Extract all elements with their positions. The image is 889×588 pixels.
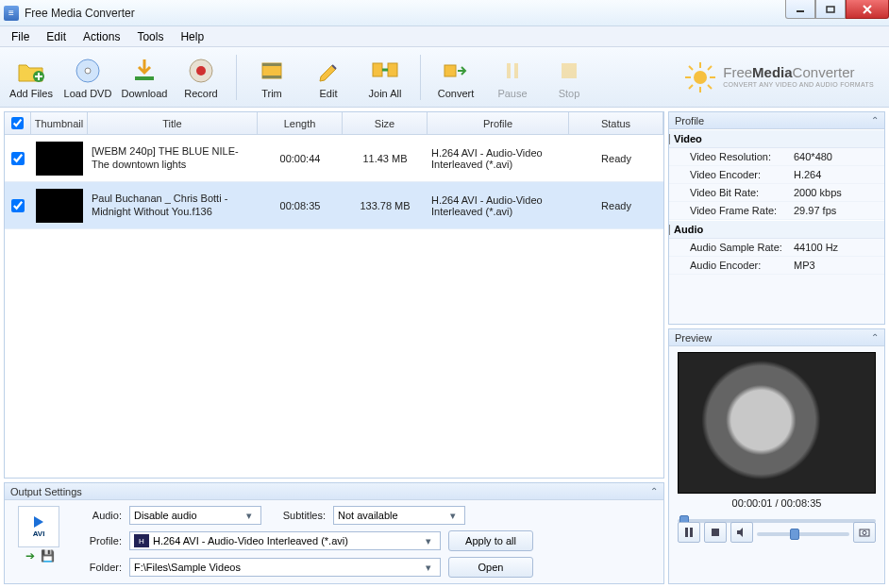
window-close-button[interactable]: [846, 0, 889, 19]
table-row[interactable]: Paul Buchanan _ Chris Botti - Midnight W…: [5, 182, 663, 229]
menu-edit[interactable]: Edit: [39, 28, 74, 45]
audio-samplerate-value[interactable]: 44100 Hz: [794, 242, 838, 253]
collapse-icon[interactable]: ⌃: [871, 115, 879, 126]
open-folder-button[interactable]: Open: [448, 557, 533, 578]
profile-video-section[interactable]: −Video: [669, 129, 884, 148]
header-length[interactable]: Length: [258, 112, 343, 134]
video-bitrate-value[interactable]: 2000 kbps: [794, 187, 842, 198]
edit-button[interactable]: Edit: [303, 54, 354, 101]
menu-tools[interactable]: Tools: [129, 28, 171, 45]
svg-rect-0: [797, 10, 804, 12]
window-maximize-button[interactable]: [815, 0, 846, 19]
header-checkbox[interactable]: [5, 112, 31, 134]
audio-encoder-value[interactable]: MP3: [794, 260, 815, 271]
preview-mute-button[interactable]: [730, 522, 753, 543]
folder-combo[interactable]: F:\Files\Sample Videos▾: [129, 558, 441, 577]
header-profile[interactable]: Profile: [428, 112, 569, 134]
row-checkbox[interactable]: [11, 199, 25, 212]
dvd-icon: [73, 56, 103, 86]
video-framerate-key: Video Frame Rate:: [690, 205, 794, 216]
profile-label: Profile:: [75, 535, 122, 546]
apply-to-all-button[interactable]: Apply to all: [448, 530, 533, 551]
audio-combo[interactable]: Disable audio▾: [129, 506, 261, 525]
header-size[interactable]: Size: [343, 112, 428, 134]
download-icon: [129, 56, 159, 86]
collapse-icon[interactable]: ⌃: [650, 486, 658, 496]
thumbnail-image: [36, 142, 83, 176]
svg-rect-14: [507, 63, 511, 78]
video-framerate-value[interactable]: 29.97 fps: [794, 205, 836, 216]
preview-video[interactable]: [678, 352, 876, 494]
svg-rect-13: [444, 65, 456, 76]
stop-icon: [554, 56, 584, 86]
header-thumbnail[interactable]: Thumbnail: [31, 112, 88, 134]
svg-point-4: [85, 68, 91, 74]
profile-audio-section[interactable]: −Audio: [669, 220, 884, 239]
profile-combo[interactable]: HH.264 AVI - Audio-Video Interleaved (*.…: [129, 531, 441, 550]
chevron-down-icon: ▾: [421, 562, 436, 574]
folder-plus-icon: [16, 56, 46, 86]
window-minimize-button[interactable]: [785, 0, 815, 19]
download-button[interactable]: Download: [119, 54, 170, 101]
arrow-right-icon[interactable]: ➔: [23, 549, 38, 563]
add-files-button[interactable]: Add Files: [6, 54, 57, 101]
snapshot-button[interactable]: [853, 522, 876, 543]
collapse-icon[interactable]: ⌃: [871, 332, 879, 343]
row-size: 133.78 MB: [343, 182, 428, 228]
stop-button: Stop: [544, 54, 595, 101]
subtitles-combo[interactable]: Not available▾: [333, 506, 465, 525]
record-icon: [186, 56, 216, 86]
chevron-down-icon: ▾: [445, 510, 461, 522]
preview-stop-button[interactable]: [704, 522, 727, 543]
preview-panel: Preview ⌃ 00:00:01 / 00:08:35: [668, 328, 885, 584]
video-resolution-key: Video Resolution:: [690, 151, 794, 162]
row-length: 00:00:44: [258, 135, 343, 181]
trim-button[interactable]: Trim: [246, 54, 297, 101]
output-settings-title: Output Settings: [10, 486, 82, 497]
save-icon[interactable]: 💾: [40, 549, 55, 563]
svg-line-24: [708, 66, 712, 70]
record-button[interactable]: Record: [176, 54, 226, 101]
svg-rect-10: [262, 76, 281, 78]
app-icon: ≡: [4, 6, 19, 21]
video-encoder-key: Video Encoder:: [690, 169, 794, 180]
svg-rect-15: [514, 63, 518, 78]
brand-logo: FreeMediaConverter CONVERT ANY VIDEO AND…: [683, 60, 883, 94]
table-row[interactable]: [WEBM 240p] THE BLUE NILE- The downtown …: [5, 135, 663, 182]
row-length: 00:08:35: [258, 182, 343, 228]
video-resolution-value[interactable]: 640*480: [794, 151, 832, 162]
volume-slider[interactable]: [757, 526, 849, 539]
profile-panel: Profile ⌃ −Video Video Resolution:640*48…: [668, 111, 885, 325]
chevron-down-icon: ▾: [421, 535, 436, 547]
join-icon: [370, 56, 400, 86]
seek-slider[interactable]: [678, 512, 876, 518]
row-checkbox[interactable]: [11, 152, 25, 165]
header-status[interactable]: Status: [569, 112, 663, 134]
menu-actions[interactable]: Actions: [75, 28, 127, 45]
header-title[interactable]: Title: [88, 112, 258, 134]
convert-icon: [441, 56, 471, 86]
pause-icon: [497, 56, 528, 86]
output-settings-header: Output Settings ⌃: [5, 483, 663, 500]
file-list-header: Thumbnail Title Length Size Profile Stat…: [5, 112, 663, 135]
menu-file[interactable]: File: [4, 28, 37, 45]
profile-panel-title: Profile: [675, 115, 704, 126]
expander-icon[interactable]: −: [669, 134, 670, 144]
video-bitrate-key: Video Bit Rate:: [690, 187, 794, 198]
svg-rect-5: [135, 76, 154, 80]
select-all-checkbox[interactable]: [11, 117, 24, 129]
window-title: Free Media Converter: [25, 7, 135, 20]
convert-button[interactable]: Convert: [430, 54, 481, 101]
trim-icon: [257, 56, 287, 86]
video-encoder-value[interactable]: H.264: [794, 169, 821, 180]
audio-samplerate-key: Audio Sample Rate:: [690, 242, 794, 253]
join-all-button[interactable]: Join All: [360, 54, 411, 101]
row-profile: H.264 AVI - Audio-Video Interleaved (*.a…: [428, 135, 569, 181]
load-dvd-button[interactable]: Load DVD: [62, 54, 113, 101]
folder-label: Folder:: [75, 562, 122, 573]
preview-panel-title: Preview: [675, 332, 712, 344]
preview-pause-button[interactable]: [678, 522, 700, 543]
output-format-icon[interactable]: AVI: [18, 506, 59, 547]
expander-icon[interactable]: −: [669, 225, 670, 235]
menu-help[interactable]: Help: [173, 28, 211, 45]
